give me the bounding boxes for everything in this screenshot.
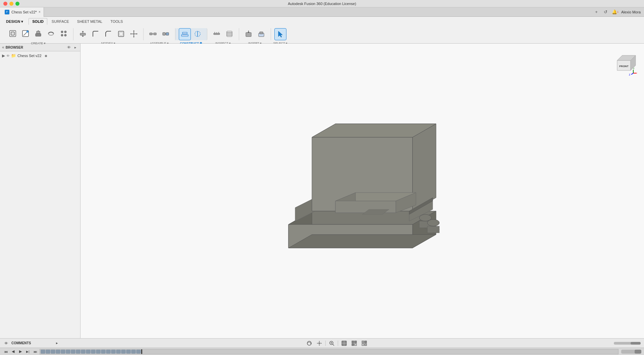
tab-close-button[interactable]: × — [37, 10, 42, 14]
new-tab-button[interactable]: + — [593, 9, 600, 15]
svg-rect-98 — [362, 341, 364, 343]
timeline-marker — [126, 350, 131, 354]
construct-group: CONSTRUCT ✱ — [175, 28, 207, 40]
tab-solid[interactable]: SOLID — [29, 18, 47, 25]
timeline-step-back-button[interactable]: ◀ — [10, 349, 16, 355]
timeline-marker — [66, 350, 70, 354]
3d-model — [268, 114, 456, 268]
timeline-end-button[interactable]: ⏭ — [32, 349, 38, 355]
chamfer-button[interactable] — [102, 28, 114, 40]
insert-mesh-button[interactable] — [243, 28, 255, 40]
maximize-button[interactable] — [15, 2, 19, 6]
viewport-controls — [62, 340, 611, 347]
app-title: Autodesk Fusion 360 (Education License) — [288, 2, 356, 6]
browser-visibility-button[interactable]: 👁 — [66, 45, 71, 50]
pattern-icon — [60, 30, 68, 39]
svg-point-72 — [427, 219, 439, 226]
new-component-button[interactable] — [7, 28, 19, 40]
notifications-button[interactable]: 🔔 1 — [612, 9, 619, 15]
decal-button[interactable] — [255, 28, 267, 40]
timeline-marker — [71, 350, 75, 354]
refresh-button[interactable]: ↺ — [602, 9, 609, 15]
timeline-marker — [136, 350, 141, 354]
design-dropdown[interactable]: DESIGN ▾ — [3, 18, 26, 25]
canvas-area: FRONT X Y Z — [80, 44, 644, 338]
camera-orbit-button[interactable] — [305, 340, 313, 347]
measure-button[interactable] — [211, 28, 223, 40]
more-options-button[interactable] — [360, 340, 368, 347]
fillet-icon — [92, 30, 100, 39]
new-joint-button[interactable] — [147, 28, 159, 40]
new-sketch-button[interactable]: + — [19, 28, 32, 40]
insert-group: INSERT ▾ — [239, 28, 271, 40]
axis-button[interactable] — [192, 28, 204, 40]
browser-collapse-icon[interactable]: « — [2, 45, 4, 50]
svg-rect-20 — [119, 32, 123, 36]
comments-eye-button[interactable]: 👁 — [3, 341, 9, 346]
offset-plane-button[interactable] — [179, 28, 191, 40]
assemble-group: ASSEMBLE ▾ — [144, 28, 175, 40]
move-button[interactable] — [128, 28, 140, 40]
svg-line-90 — [333, 344, 334, 346]
timeline-track[interactable] — [40, 349, 619, 354]
pan-button[interactable] — [315, 340, 323, 347]
chamfer-icon — [104, 30, 112, 39]
svg-rect-19 — [118, 31, 124, 37]
timeline-marker — [116, 350, 121, 354]
tab-surface[interactable]: SURFACE — [48, 18, 73, 25]
orientation-cube[interactable]: FRONT X Y Z — [610, 50, 637, 77]
comments-expand-button[interactable]: ▸ — [54, 341, 60, 346]
timeline-play-button[interactable]: ▶ — [17, 349, 23, 355]
window-controls — [3, 2, 19, 6]
timeline-marker — [96, 350, 101, 354]
svg-rect-6 — [36, 34, 41, 36]
shell-button[interactable] — [115, 28, 127, 40]
bottom-scrollbar[interactable] — [614, 342, 641, 345]
zebra-analysis-button[interactable] — [223, 28, 235, 40]
timeline-start-button[interactable]: ⏮ — [3, 349, 9, 355]
grid-display-button[interactable] — [350, 340, 358, 347]
select-icon — [276, 30, 284, 39]
bottom-bar: 👁 COMMENTS ▸ — [0, 338, 644, 348]
tree-visibility-icon[interactable]: 👁 — [6, 54, 10, 58]
svg-rect-7 — [37, 31, 40, 34]
display-mode-button[interactable] — [340, 340, 348, 347]
timeline-step-forward-button[interactable]: ▶| — [25, 349, 31, 355]
svg-rect-49 — [260, 32, 263, 34]
tab-sheet-metal[interactable]: SHEET METAL — [73, 18, 106, 25]
new-sketch-icon: + — [21, 30, 30, 39]
svg-marker-25 — [130, 33, 131, 35]
browser-tree: ▶ 👁 📁 Chess Set v22 ⏺ — [0, 51, 80, 338]
viewport[interactable]: FRONT X Y Z — [80, 44, 644, 338]
svg-point-86 — [318, 342, 320, 344]
press-pull-button[interactable] — [77, 28, 89, 40]
tab-tools[interactable]: TOOLS — [107, 18, 126, 25]
revolve-icon — [47, 30, 55, 39]
close-button[interactable] — [3, 2, 7, 6]
tab-bar: F Chess Set v22* × + ↺ 🔔 1 Alexio Mora — [0, 7, 644, 17]
as-built-joint-icon — [162, 30, 170, 39]
timeline-marker — [61, 350, 65, 354]
timeline-marker — [86, 350, 91, 354]
svg-marker-17 — [82, 31, 84, 32]
svg-marker-18 — [82, 36, 84, 37]
shell-icon — [117, 30, 125, 39]
zoom-button[interactable] — [328, 340, 336, 347]
modify-group: MODIFY ▾ — [73, 28, 144, 40]
select-button[interactable] — [274, 28, 286, 40]
create-label[interactable]: CREATE ▾ — [31, 42, 45, 45]
pattern-button[interactable] — [58, 28, 70, 40]
as-built-joint-button[interactable] — [160, 28, 172, 40]
toolbar-icons: + — [0, 25, 644, 43]
revolve-button[interactable] — [45, 28, 57, 40]
extrude-button[interactable] — [32, 28, 44, 40]
fillet-button[interactable] — [90, 28, 102, 40]
minimize-button[interactable] — [9, 2, 13, 6]
svg-marker-54 — [288, 235, 436, 248]
timeline-scrollbar[interactable] — [621, 350, 641, 354]
document-tab[interactable]: F Chess Set v22* × — [0, 7, 44, 17]
timeline-marker — [81, 350, 86, 354]
timeline-marker — [106, 350, 111, 354]
browser-expand-button[interactable]: ▸ — [73, 45, 78, 50]
tree-item-chess-set[interactable]: ▶ 👁 📁 Chess Set v22 ⏺ — [0, 53, 80, 59]
